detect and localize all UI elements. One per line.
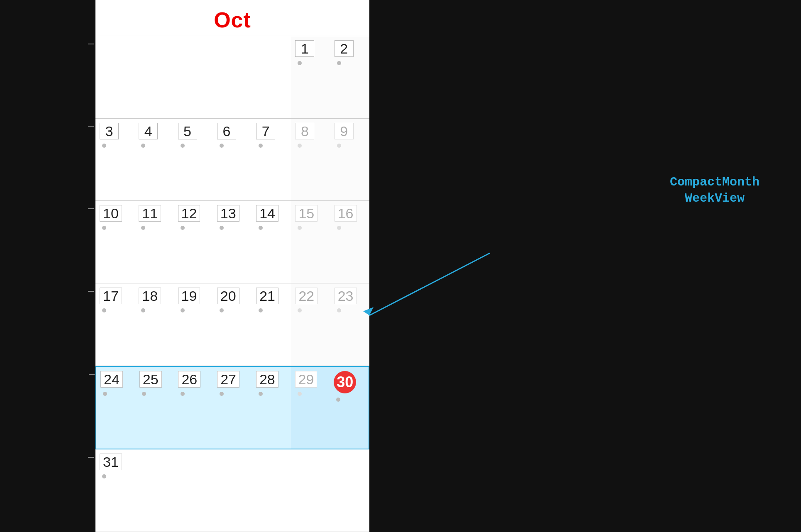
day-cell-4-4[interactable]: 28 xyxy=(252,367,291,449)
day-number: 17 xyxy=(100,288,122,304)
week-row-4: 24252627282930 xyxy=(95,366,369,450)
event-dot xyxy=(298,144,302,148)
day-cell-5-5[interactable] xyxy=(291,449,330,532)
day-cell-2-1[interactable]: 11 xyxy=(134,201,173,283)
day-cell-1-4[interactable]: 7 xyxy=(252,119,291,201)
day-cell-1-0[interactable]: 3 xyxy=(95,119,134,201)
day-number: 19 xyxy=(178,288,200,304)
event-dot xyxy=(298,226,302,230)
day-cell-0-2[interactable] xyxy=(174,36,213,118)
event-dot xyxy=(220,392,224,396)
day-number: 24 xyxy=(100,371,123,388)
day-number: 12 xyxy=(178,205,200,222)
day-cell-2-6[interactable]: 16 xyxy=(330,201,369,283)
event-dot xyxy=(337,308,341,312)
week-tick-0 xyxy=(88,44,94,44)
day-cell-4-1[interactable]: 25 xyxy=(135,367,174,449)
week-row-0: 12 xyxy=(95,36,369,119)
event-dot xyxy=(259,308,263,312)
day-cell-1-5[interactable]: 8 xyxy=(291,119,330,201)
event-dot xyxy=(220,308,224,312)
day-cell-1-1[interactable]: 4 xyxy=(134,119,173,201)
event-dot xyxy=(181,308,185,312)
day-number: 21 xyxy=(256,288,278,304)
day-cell-0-5[interactable]: 1 xyxy=(291,36,330,118)
event-dot xyxy=(298,392,302,396)
event-dot xyxy=(259,144,263,148)
day-cell-5-0[interactable]: 31 xyxy=(95,449,134,532)
day-cell-2-4[interactable]: 14 xyxy=(252,201,291,283)
day-number: 20 xyxy=(217,288,239,304)
event-dot xyxy=(337,226,341,230)
day-number: 15 xyxy=(295,205,317,222)
day-number: 18 xyxy=(139,288,161,304)
day-cell-3-3[interactable]: 20 xyxy=(213,283,252,366)
event-dot xyxy=(220,144,224,148)
week-row-3: 17181920212223 xyxy=(95,283,369,366)
event-dot xyxy=(141,144,145,148)
day-cell-1-6[interactable]: 9 xyxy=(330,119,369,201)
day-cell-2-0[interactable]: 10 xyxy=(95,201,134,283)
annotation-label: CompactMonth WeekView xyxy=(670,174,759,207)
day-cell-3-4[interactable]: 21 xyxy=(252,283,291,366)
event-dot xyxy=(181,392,185,396)
event-dot xyxy=(181,144,185,148)
day-cell-5-1[interactable] xyxy=(134,449,173,532)
day-cell-2-5[interactable]: 15 xyxy=(291,201,330,283)
week-tick-3 xyxy=(88,291,94,292)
week-tick-1 xyxy=(88,126,94,127)
week-tick-4 xyxy=(89,374,95,375)
day-number: 29 xyxy=(295,371,317,388)
event-dot xyxy=(259,392,263,396)
day-cell-3-5[interactable]: 22 xyxy=(291,283,330,366)
week-row-1: 3456789 xyxy=(95,119,369,201)
week-tick-2 xyxy=(88,208,94,209)
day-number: 26 xyxy=(178,371,200,388)
event-dot xyxy=(337,61,341,65)
day-cell-5-6[interactable] xyxy=(330,449,369,532)
day-cell-4-0[interactable]: 24 xyxy=(96,367,135,449)
day-cell-3-6[interactable]: 23 xyxy=(330,283,369,366)
month-header: Oct xyxy=(95,0,369,36)
day-number: 23 xyxy=(335,288,357,304)
event-dot xyxy=(103,392,107,396)
day-cell-4-6[interactable]: 30 xyxy=(330,367,369,449)
day-cell-0-1[interactable] xyxy=(134,36,173,118)
event-dot xyxy=(102,308,106,312)
day-number: 7 xyxy=(256,123,275,139)
event-dot xyxy=(336,398,340,402)
event-dot xyxy=(141,226,145,230)
day-cell-0-0[interactable] xyxy=(95,36,134,118)
day-cell-3-0[interactable]: 17 xyxy=(95,283,134,366)
event-dot xyxy=(142,392,146,396)
day-number: 2 xyxy=(335,40,354,57)
day-number: 31 xyxy=(100,454,122,470)
day-number: 6 xyxy=(217,123,236,139)
day-cell-4-5[interactable]: 29 xyxy=(291,367,330,449)
day-number: 8 xyxy=(295,123,314,139)
day-cell-5-2[interactable] xyxy=(174,449,213,532)
day-cell-0-6[interactable]: 2 xyxy=(330,36,369,118)
event-dot xyxy=(181,226,185,230)
day-cell-4-2[interactable]: 26 xyxy=(174,367,213,449)
day-cell-2-3[interactable]: 13 xyxy=(213,201,252,283)
day-cell-5-3[interactable] xyxy=(213,449,252,532)
day-cell-1-3[interactable]: 6 xyxy=(213,119,252,201)
day-number: 10 xyxy=(100,205,122,222)
day-cell-1-2[interactable]: 5 xyxy=(174,119,213,201)
day-cell-3-1[interactable]: 18 xyxy=(134,283,173,366)
day-number: 27 xyxy=(217,371,239,388)
event-dot xyxy=(141,308,145,312)
day-cell-2-2[interactable]: 12 xyxy=(174,201,213,283)
day-cell-0-4[interactable] xyxy=(252,36,291,118)
event-dot xyxy=(259,226,263,230)
day-number: 14 xyxy=(256,205,278,222)
day-cell-3-2[interactable]: 19 xyxy=(174,283,213,366)
day-cell-5-4[interactable] xyxy=(252,449,291,532)
event-dot xyxy=(102,144,106,148)
day-cell-0-3[interactable] xyxy=(213,36,252,118)
day-cell-4-3[interactable]: 27 xyxy=(213,367,252,449)
day-number: 4 xyxy=(139,123,158,139)
week-row-5: 31 xyxy=(95,449,369,532)
day-number: 13 xyxy=(217,205,239,222)
